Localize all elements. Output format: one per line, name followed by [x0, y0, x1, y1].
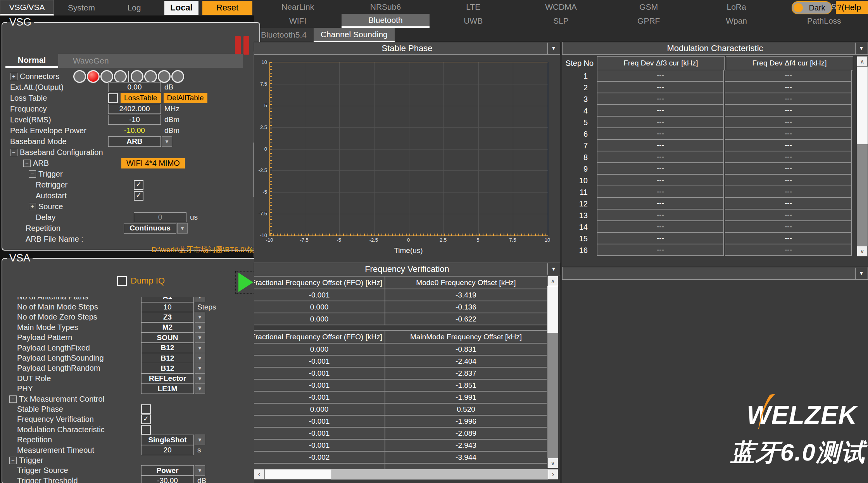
dropdown[interactable]: A1▼ [141, 297, 205, 302]
dropdown[interactable]: Power▼ [141, 465, 205, 476]
nav-tab-nrsub6[interactable]: NRSub6 [342, 0, 429, 14]
row-label-text: Payload LengthFixed [17, 344, 90, 352]
collapsed-panel-dropdown-icon[interactable]: ▼ [855, 268, 867, 279]
modulation-scrollbar[interactable]: ∧ ∨ [857, 56, 868, 256]
collapse-icon[interactable]: − [10, 149, 17, 156]
nav-tab-pathloss[interactable]: PathLoss [780, 14, 868, 28]
checkbox[interactable] [108, 93, 118, 103]
losstable-button[interactable]: LossTable [121, 93, 161, 103]
value-field[interactable]: -30.00 [141, 476, 194, 483]
row-label: −ARB [5, 159, 121, 168]
dropdown[interactable]: B12▼ [141, 363, 205, 373]
row-label-text: PHY [17, 384, 33, 393]
main-tab-system[interactable]: System [54, 0, 109, 15]
nav-tab-wifi[interactable]: WIFI [254, 14, 342, 28]
connector-led-5[interactable] [131, 70, 143, 83]
nav-tab-nearlink[interactable]: NearLink [254, 0, 342, 14]
nav-tab-wcdma[interactable]: WCDMA [517, 0, 605, 14]
dump-iq-checkbox[interactable] [117, 276, 127, 286]
collapse-icon[interactable]: − [29, 170, 36, 178]
dropdown[interactable]: M2▼ [141, 322, 205, 333]
dark-mode-toggle[interactable]: Dark [792, 1, 832, 14]
scroll-up-icon[interactable]: ∧ [857, 56, 868, 67]
h-scrollbar-thumb[interactable] [264, 469, 331, 480]
nav-tab-bluetooth[interactable]: Bluetooth [342, 14, 429, 28]
value-field[interactable]: 20 [141, 445, 194, 455]
dropdown[interactable]: Z3▼ [141, 312, 205, 322]
value-field[interactable]: -10 [108, 115, 161, 125]
connector-led-2[interactable] [87, 70, 100, 83]
fv-data-row: -0.001-2.404 [254, 356, 547, 368]
fv-scrollbar-thumb[interactable] [547, 286, 558, 333]
stable-phase-dropdown-icon[interactable]: ▼ [547, 43, 559, 54]
modulation-scrollbar-thumb[interactable] [857, 67, 868, 144]
freq-dev-f3-cell: --- [597, 163, 724, 175]
checkbox[interactable] [141, 404, 151, 414]
nav-tab-uwb[interactable]: UWB [430, 14, 517, 28]
main-tab-vsg-vsa[interactable]: VSG/VSA [0, 0, 54, 15]
scroll-right-icon[interactable]: › [548, 469, 558, 480]
vsg-tab-wavegen[interactable]: WaveGen [58, 54, 109, 68]
fv-cell: -0.001 [254, 356, 385, 367]
scroll-down-icon[interactable]: ∨ [857, 246, 868, 256]
nav-tab-slp[interactable]: SLP [517, 14, 605, 28]
vsg-tab-normal[interactable]: Normal [5, 54, 58, 68]
value-field[interactable]: 0 [134, 212, 186, 222]
chevron-down-icon: ▼ [195, 383, 205, 394]
connector-led-6[interactable] [144, 70, 157, 83]
chevron-down-icon: ▼ [195, 363, 205, 373]
run-measurement-button[interactable] [235, 271, 256, 294]
checkbox[interactable]: ✓ [134, 180, 143, 190]
scroll-down-icon[interactable]: ∨ [547, 458, 558, 468]
value-field[interactable]: 2402.000 [108, 104, 161, 114]
connector-led-3[interactable] [100, 70, 113, 83]
collapse-icon[interactable]: − [23, 160, 31, 167]
local-button[interactable]: Local [164, 1, 198, 15]
dropdown[interactable]: Continuous▼ [124, 223, 188, 234]
frequency-verification-dropdown-icon[interactable]: ▼ [547, 263, 559, 275]
checkbox[interactable]: ✓ [141, 414, 151, 424]
nav-tab-lora[interactable]: LoRa [692, 0, 780, 14]
connector-led-1[interactable] [73, 70, 86, 83]
connector-led-7[interactable] [158, 70, 171, 83]
fv-table-scrollbar[interactable]: ∧ ∨ [547, 276, 558, 468]
main-tab-log[interactable]: Log [109, 0, 159, 15]
scroll-left-icon[interactable]: ‹ [254, 469, 264, 480]
modulation-data-row: 7------ [562, 140, 855, 151]
dropdown[interactable]: B12▼ [141, 343, 205, 353]
fv-header-row: Fractional Frequency Offset (FFO) [kHz]M… [254, 331, 547, 344]
nav-tab-bluetooth5-4[interactable]: Bluetooth5.4 [254, 28, 314, 42]
vsa-row-modulation-characteristic: Modulation Characteristic [5, 425, 251, 435]
scroll-up-icon[interactable]: ∧ [547, 276, 558, 286]
value-field[interactable]: 10 [141, 302, 194, 312]
nav-tab-channel-sounding[interactable]: Channel Sounding [314, 28, 395, 42]
arb-waveform-button[interactable]: WIFI 4*4 MIMO [121, 158, 185, 168]
connector-led-4[interactable] [114, 70, 127, 83]
fv-horizontal-scrollbar[interactable]: ‹ › [254, 469, 558, 480]
value-field[interactable]: 0.00 [108, 82, 161, 92]
reset-button[interactable]: Reset [202, 1, 252, 15]
checkbox[interactable]: ✓ [134, 191, 143, 201]
help-button[interactable]: ?(Help [836, 1, 868, 14]
dropdown[interactable]: B12▼ [141, 353, 205, 363]
dropdown[interactable]: ARB▼ [108, 136, 172, 147]
dropdown[interactable]: LE1M▼ [141, 383, 205, 394]
delalltable-button[interactable]: DelAllTable [164, 93, 207, 103]
nav-tab-gsm[interactable]: GSM [605, 0, 692, 14]
checkbox[interactable] [141, 425, 151, 435]
expand-icon[interactable]: + [29, 203, 36, 210]
collapse-icon[interactable]: − [9, 457, 17, 464]
value-field[interactable]: -10.00 [108, 125, 161, 136]
connector-led-8[interactable] [171, 70, 184, 83]
unit-label: dBm [164, 126, 179, 135]
nav-tab-gprf[interactable]: GPRF [605, 14, 692, 28]
collapse-icon[interactable]: − [9, 395, 17, 403]
nav-tab-lte[interactable]: LTE [430, 0, 517, 14]
expand-icon[interactable]: + [10, 73, 17, 80]
dropdown[interactable]: SingleShot▼ [141, 435, 205, 445]
dropdown[interactable]: SOUN▼ [141, 332, 205, 343]
nav-tab-wpan[interactable]: Wpan [692, 14, 780, 28]
dropdown[interactable]: REFLector▼ [141, 373, 205, 384]
freq-dev-f3-cell: --- [597, 244, 724, 256]
modulation-dropdown-icon[interactable]: ▼ [855, 43, 867, 54]
